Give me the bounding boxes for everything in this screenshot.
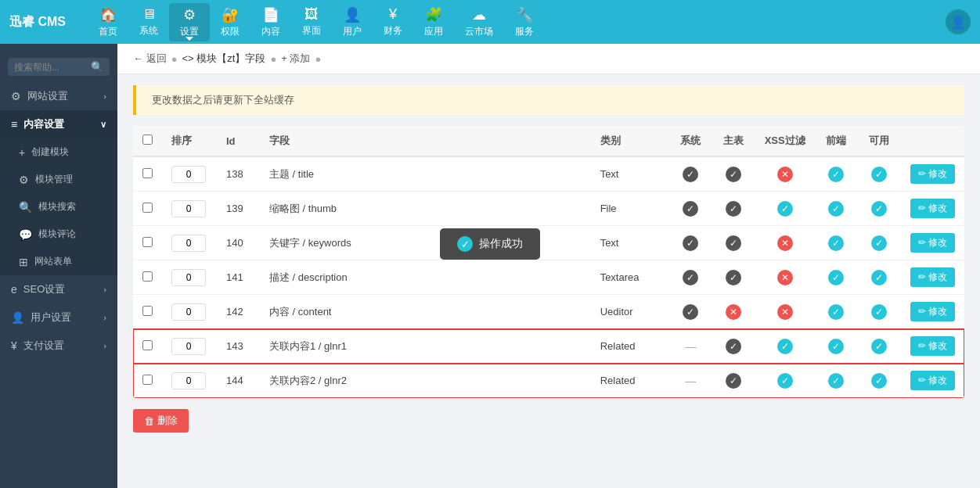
nav-finance[interactable]: ¥ 财务 bbox=[373, 3, 413, 41]
row-front-cell: ✓ bbox=[815, 156, 858, 192]
nav-system[interactable]: 🖥 系统 bbox=[128, 3, 169, 41]
row-type-cell: Textarea bbox=[591, 260, 669, 295]
sidebar-item-user-settings[interactable]: 👤 用户设置 › bbox=[0, 303, 117, 332]
table-row: 141 描述 / description Textarea ✓ ✓ ✕ ✓ ✓ … bbox=[133, 260, 964, 295]
delete-button[interactable]: 🗑 删除 bbox=[133, 409, 189, 432]
breadcrumb-add[interactable]: + 添加 bbox=[281, 52, 310, 66]
breadcrumb-module: <> 模块【zt】字段 bbox=[182, 52, 265, 66]
sidebar-item-web-form[interactable]: ⊞ 网站表单 bbox=[0, 248, 117, 275]
row-type-cell: Related bbox=[591, 364, 669, 398]
chevron-right-icon-2: › bbox=[103, 285, 106, 294]
nav-cloud[interactable]: ☁ 云市场 bbox=[454, 3, 504, 41]
sidebar-item-seo-settings[interactable]: e SEO设置 › bbox=[0, 275, 117, 303]
sort-input[interactable] bbox=[171, 303, 206, 321]
seo-icon: e bbox=[11, 283, 17, 296]
row-checkbox[interactable] bbox=[142, 203, 153, 213]
check-teal-icon: ✓ bbox=[871, 373, 887, 389]
breadcrumb-sep3: ● bbox=[315, 53, 321, 65]
menu-icon: ≡ bbox=[11, 118, 17, 131]
row-main-cell: ✓ bbox=[712, 226, 755, 260]
row-main-cell: ✓ bbox=[712, 156, 755, 192]
check-teal-icon: ✓ bbox=[871, 167, 887, 182]
check-teal-icon: ✓ bbox=[828, 201, 844, 217]
row-action-cell: ✏ 修改 bbox=[901, 364, 964, 398]
sidebar-item-module-comment[interactable]: 💬 模块评论 bbox=[0, 221, 117, 248]
row-id-cell: 143 bbox=[217, 329, 260, 364]
edit-button[interactable]: ✏ 修改 bbox=[910, 302, 955, 321]
check-teal-icon: ✓ bbox=[828, 339, 844, 354]
chevron-right-icon-3: › bbox=[103, 313, 106, 322]
row-id-cell: 140 bbox=[217, 226, 260, 260]
edit-button[interactable]: ✏ 修改 bbox=[910, 371, 955, 390]
row-type-cell: Ueditor bbox=[591, 295, 669, 329]
service-icon: 🔧 bbox=[516, 6, 533, 23]
edit-button[interactable]: ✏ 修改 bbox=[910, 233, 955, 253]
row-main-cell: ✓ bbox=[712, 260, 755, 295]
sidebar: 🔍 ⚙ 网站设置 › ≡ 内容设置 ∨ + 创建模块 ⚙ 模块管理 🔍 模块搜索 bbox=[0, 44, 117, 488]
row-enable-cell: ✓ bbox=[858, 156, 901, 192]
edit-button[interactable]: ✏ 修改 bbox=[910, 199, 955, 218]
sidebar-item-content-settings[interactable]: ≡ 内容设置 ∨ bbox=[0, 110, 117, 138]
sort-input[interactable] bbox=[171, 200, 206, 217]
sort-input[interactable] bbox=[171, 269, 206, 286]
th-sort: 排序 bbox=[162, 126, 217, 156]
nav-permissions[interactable]: 🔐 权限 bbox=[210, 3, 250, 41]
row-xss-cell: ✕ bbox=[755, 156, 815, 192]
row-checkbox[interactable] bbox=[142, 271, 153, 282]
nav-service[interactable]: 🔧 服务 bbox=[504, 3, 545, 41]
row-id-cell: 138 bbox=[217, 156, 260, 192]
sort-input[interactable] bbox=[171, 372, 206, 389]
nav-settings[interactable]: ⚙ 设置 bbox=[169, 3, 210, 41]
nav-apps[interactable]: 🧩 应用 bbox=[413, 3, 454, 41]
sort-input[interactable] bbox=[171, 235, 206, 252]
row-front-cell: ✓ bbox=[815, 192, 858, 226]
row-enable-cell: ✓ bbox=[858, 260, 901, 295]
back-link[interactable]: ← 返回 bbox=[133, 52, 167, 66]
check-dark-icon: ✓ bbox=[726, 373, 741, 389]
row-checkbox[interactable] bbox=[142, 340, 153, 350]
row-sys-cell: ✓ bbox=[669, 156, 712, 192]
select-all-checkbox[interactable] bbox=[142, 135, 153, 145]
check-teal-icon: ✓ bbox=[871, 201, 887, 217]
sidebar-item-module-mgmt[interactable]: ⚙ 模块管理 bbox=[0, 166, 117, 193]
nav-ui[interactable]: 🖼 界面 bbox=[291, 3, 332, 41]
check-teal-icon: ✓ bbox=[828, 235, 844, 251]
search-input[interactable] bbox=[14, 62, 88, 73]
row-field-cell: 关键字 / keywords bbox=[260, 226, 591, 260]
row-checkbox[interactable] bbox=[142, 306, 153, 316]
edit-button[interactable]: ✏ 修改 bbox=[910, 267, 955, 287]
table-header-row: 排序 Id 字段 类别 系统 主表 XSS过滤 前端 可用 bbox=[133, 126, 964, 156]
row-checkbox[interactable] bbox=[142, 168, 153, 178]
sidebar-item-site-settings[interactable]: ⚙ 网站设置 › bbox=[0, 82, 117, 110]
sidebar-item-create-module[interactable]: + 创建模块 bbox=[0, 138, 117, 166]
row-main-cell: ✕ bbox=[712, 295, 755, 329]
check-teal-icon: ✓ bbox=[777, 339, 793, 354]
sidebar-item-pay-settings[interactable]: ¥ 支付设置 › bbox=[0, 332, 117, 360]
user-avatar[interactable]: 👤 bbox=[946, 9, 971, 34]
th-id: Id bbox=[217, 126, 260, 156]
row-sys-cell: ✓ bbox=[669, 295, 712, 329]
table-row: 140 关键字 / keywords Text ✓ ✓ ✕ ✓ ✓ ✏ 修改 bbox=[133, 226, 964, 260]
ui-icon: 🖼 bbox=[304, 6, 319, 23]
nav-home[interactable]: 🏠 首页 bbox=[88, 3, 128, 41]
toast-check-icon: ✓ bbox=[457, 236, 473, 252]
sort-input[interactable] bbox=[171, 166, 206, 183]
row-checkbox[interactable] bbox=[142, 375, 153, 385]
edit-button[interactable]: ✏ 修改 bbox=[910, 336, 955, 356]
nav-content[interactable]: 📄 内容 bbox=[250, 3, 291, 41]
check-dark-icon: ✓ bbox=[726, 201, 741, 217]
row-checkbox-cell bbox=[133, 156, 162, 192]
sidebar-item-module-search[interactable]: 🔍 模块搜索 bbox=[0, 193, 117, 221]
search-icon-sm: 🔍 bbox=[19, 201, 32, 214]
check-dark-icon: ✓ bbox=[726, 270, 741, 285]
sort-input[interactable] bbox=[171, 338, 206, 355]
row-checkbox[interactable] bbox=[142, 237, 153, 247]
row-enable-cell: ✓ bbox=[858, 329, 901, 364]
table-row: 144 关联内容2 / glnr2 Related — ✓ ✓ ✓ ✓ ✏ 修改 bbox=[133, 364, 964, 398]
row-xss-cell: ✕ bbox=[755, 226, 815, 260]
edit-button[interactable]: ✏ 修改 bbox=[910, 164, 955, 184]
table-row: 142 内容 / content Ueditor ✓ ✕ ✕ ✓ ✓ ✏ 修改 bbox=[133, 295, 964, 329]
sidebar-search-box[interactable]: 🔍 bbox=[8, 58, 110, 76]
row-checkbox-cell bbox=[133, 226, 162, 260]
nav-users[interactable]: 👤 用户 bbox=[332, 3, 373, 41]
